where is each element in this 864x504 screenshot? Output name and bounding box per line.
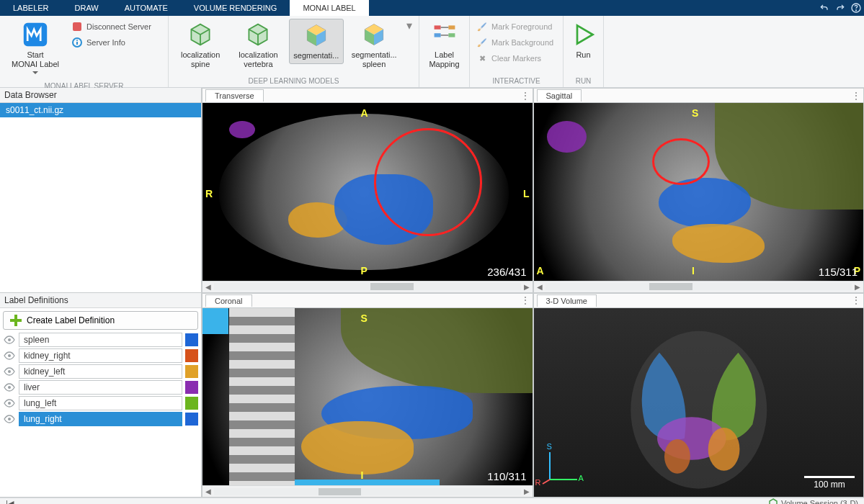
help-icon[interactable] bbox=[848, 2, 864, 14]
color-swatch[interactable] bbox=[185, 349, 198, 362]
play-icon bbox=[571, 22, 597, 48]
scroll-left-icon[interactable]: ◀ bbox=[202, 487, 214, 495]
coronal-counter: 110/311 bbox=[487, 470, 526, 482]
mark-bg-label: Mark Background bbox=[491, 38, 553, 47]
label-def-name: spleen bbox=[19, 333, 182, 347]
tab-draw[interactable]: DRAW bbox=[62, 0, 112, 16]
view-transverse-slice[interactable]: A R L P 236/431 bbox=[202, 103, 533, 281]
create-label-definition-label: Create Label Definition bbox=[27, 315, 115, 325]
label-def-name: lung_left bbox=[19, 396, 182, 410]
label-def-liver[interactable]: liver bbox=[3, 380, 198, 395]
tab-labeler[interactable]: LABELER bbox=[0, 0, 62, 16]
view-3d-volume-menu[interactable]: ⋮ bbox=[849, 294, 863, 306]
label-definitions-title: Label Definitions bbox=[0, 293, 201, 308]
scale-bar: 100 mm bbox=[804, 476, 855, 490]
scroll-right-icon[interactable]: ▶ bbox=[852, 283, 863, 291]
mark-foreground-button[interactable]: 🖌️ Mark Foreground bbox=[474, 20, 556, 33]
cube-multi-icon bbox=[303, 22, 329, 48]
label-def-name: kidney_left bbox=[19, 364, 182, 379]
models-more-dropdown[interactable]: ▾ bbox=[404, 19, 414, 32]
paintbrush-icon: 🖌️ bbox=[477, 37, 487, 48]
sagittal-scrollbar[interactable]: ◀ ▶ bbox=[534, 281, 864, 292]
view-coronal-slice[interactable]: S I 110/311 bbox=[202, 308, 533, 486]
undo-icon[interactable] bbox=[816, 2, 832, 14]
model-b2-label: localization vertebra bbox=[239, 50, 277, 68]
view-transverse-tab[interactable]: Transverse bbox=[205, 89, 264, 102]
transverse-scrollbar[interactable]: ◀ ▶ bbox=[202, 281, 533, 292]
view-coronal-tab[interactable]: Coronal bbox=[205, 294, 252, 307]
view-sagittal-tab[interactable]: Sagittal bbox=[537, 89, 582, 102]
color-swatch[interactable] bbox=[185, 413, 198, 426]
cube-icon bbox=[768, 498, 778, 504]
svg-point-14 bbox=[8, 354, 11, 357]
visibility-toggle-icon[interactable] bbox=[3, 367, 16, 376]
disconnect-icon bbox=[72, 22, 82, 32]
svg-point-6 bbox=[76, 40, 78, 41]
tab-automate[interactable]: AUTOMATE bbox=[112, 0, 181, 16]
info-icon bbox=[72, 37, 82, 48]
visibility-toggle-icon[interactable] bbox=[3, 351, 16, 360]
axis-a-label: A bbox=[579, 474, 584, 482]
label-def-lung_left[interactable]: lung_left bbox=[3, 396, 198, 410]
model-b1-label: localization spine bbox=[181, 50, 220, 68]
start-monai-label-button[interactable]: Start MONAI Label bbox=[4, 19, 66, 78]
view-transverse-menu[interactable]: ⋮ bbox=[518, 90, 533, 102]
scroll-left-icon[interactable]: ◀ bbox=[534, 283, 545, 291]
status-bar: |◀ Volume Session (3-D) bbox=[0, 498, 864, 504]
clear-markers-button[interactable]: ✖ Clear Markers bbox=[474, 52, 556, 65]
annotation-circle bbox=[374, 128, 482, 236]
color-swatch[interactable] bbox=[185, 397, 198, 410]
tab-monai-label[interactable]: MONAI LABEL bbox=[290, 0, 368, 16]
volume-session-indicator[interactable]: Volume Session (3-D) bbox=[762, 498, 864, 504]
run-button[interactable]: Run bbox=[568, 19, 599, 63]
label-def-spleen[interactable]: spleen bbox=[3, 333, 198, 347]
model-localization-spine-button[interactable]: localization spine bbox=[173, 19, 228, 71]
view-coronal-menu[interactable]: ⋮ bbox=[518, 294, 533, 306]
scroll-right-icon[interactable]: ▶ bbox=[521, 487, 533, 495]
ribbon: Start MONAI Label Disconnect Server Serv… bbox=[0, 16, 864, 88]
visibility-toggle-icon[interactable] bbox=[3, 399, 16, 408]
label-def-name: lung_right bbox=[19, 412, 182, 426]
disconnect-server-button[interactable]: Disconnect Server bbox=[69, 20, 154, 33]
model-localization-vertebra-button[interactable]: localization vertebra bbox=[231, 19, 285, 71]
svg-line-25 bbox=[543, 480, 550, 484]
status-back-button[interactable]: |◀ bbox=[0, 499, 19, 504]
data-browser-title: Data Browser bbox=[0, 88, 201, 103]
view-sagittal-slice[interactable]: S I A P 115/311 bbox=[534, 103, 864, 281]
orient-r: R bbox=[205, 188, 213, 199]
visibility-toggle-icon[interactable] bbox=[3, 383, 16, 392]
color-swatch[interactable] bbox=[185, 381, 198, 394]
view-3d-volume-tab[interactable]: 3-D Volume bbox=[537, 294, 597, 307]
view-3d-volume-canvas[interactable]: S A R 100 mm bbox=[534, 308, 864, 498]
label-def-name: kidney_right bbox=[19, 348, 182, 363]
svg-rect-7 bbox=[434, 25, 440, 29]
model-segmentation-spleen-button[interactable]: segmentati... spleen bbox=[347, 19, 401, 71]
paintbrush-icon: 🖌️ bbox=[477, 22, 487, 32]
color-swatch[interactable] bbox=[185, 365, 198, 378]
coronal-scrollbar[interactable]: ◀ ▶ bbox=[202, 485, 533, 497]
tab-volume-rendering[interactable]: VOLUME RENDERING bbox=[181, 0, 290, 16]
scroll-right-icon[interactable]: ▶ bbox=[521, 283, 533, 291]
plus-icon bbox=[9, 314, 22, 327]
label-mapping-button[interactable]: Label Mapping bbox=[424, 19, 465, 71]
model-segmentation-button[interactable]: segmentati... bbox=[289, 19, 344, 64]
visibility-toggle-icon[interactable] bbox=[3, 336, 16, 344]
visibility-toggle-icon[interactable] bbox=[3, 415, 16, 423]
label-def-lung_right[interactable]: lung_right bbox=[3, 412, 198, 426]
label-def-kidney_left[interactable]: kidney_left bbox=[3, 364, 198, 379]
slice-indicator bbox=[295, 480, 440, 485]
mark-fg-label: Mark Foreground bbox=[491, 22, 552, 31]
create-label-definition-button[interactable]: Create Label Definition bbox=[3, 311, 198, 330]
server-info-button[interactable]: Server Info bbox=[69, 36, 154, 49]
ribbon-group-run-caption: RUN bbox=[564, 76, 603, 87]
label-mapping-label: Label Mapping bbox=[429, 50, 459, 68]
view-sagittal-menu[interactable]: ⋮ bbox=[849, 90, 863, 102]
label-def-kidney_right[interactable]: kidney_right bbox=[3, 348, 198, 363]
color-swatch[interactable] bbox=[185, 333, 198, 346]
orient-i: I bbox=[692, 265, 695, 276]
redo-icon[interactable] bbox=[832, 2, 848, 14]
ribbon-group-interactive-caption: INTERACTIVE bbox=[470, 76, 563, 87]
mark-background-button[interactable]: 🖌️ Mark Background bbox=[474, 36, 556, 49]
scroll-left-icon[interactable]: ◀ bbox=[202, 283, 214, 291]
data-browser-item[interactable]: s0011_ct.nii.gz bbox=[0, 103, 201, 117]
